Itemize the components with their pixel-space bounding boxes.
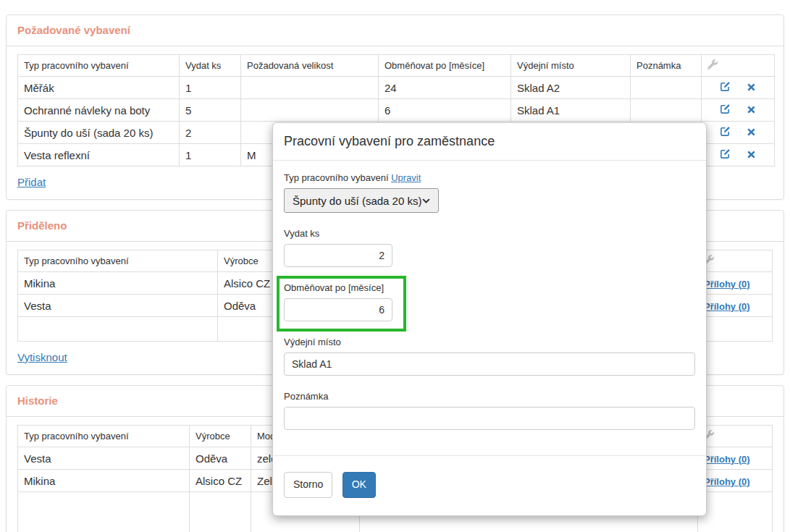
delete-row-button[interactable] bbox=[747, 150, 756, 159]
wrench-icon bbox=[707, 59, 718, 69]
note-field-group: Poznámka bbox=[284, 391, 695, 430]
modal-header: Pracovní vybavení pro zaměstnance bbox=[273, 123, 706, 161]
attachments-link[interactable]: Přílohy (0) bbox=[704, 476, 750, 487]
edit-icon bbox=[720, 81, 731, 92]
delete-x-icon bbox=[747, 150, 756, 159]
qty-label: Vydat ks bbox=[284, 228, 695, 239]
cell-type: Mikina bbox=[18, 272, 218, 295]
note-label: Poznámka bbox=[284, 391, 695, 402]
qty-field-group: Vydat ks bbox=[284, 228, 695, 267]
modal-footer: Storno OK bbox=[273, 455, 706, 515]
cell-place: Sklad A2 bbox=[511, 77, 631, 99]
cell-note bbox=[631, 77, 702, 99]
edit-row-button[interactable] bbox=[720, 148, 731, 159]
delete-row-button[interactable] bbox=[747, 127, 756, 137]
delete-x-icon bbox=[747, 127, 756, 137]
panel-required-title: Požadované vybavení bbox=[17, 24, 130, 36]
cell-months: 24 bbox=[379, 77, 511, 99]
print-link[interactable]: Vytisknout bbox=[17, 351, 67, 363]
modal-dialog: Pracovní vybavení pro zaměstnance Typ pr… bbox=[272, 122, 707, 516]
cell-place: Sklad A1 bbox=[511, 99, 631, 122]
col-size: Požadovaná velikost bbox=[241, 55, 379, 77]
col-note: Poznámka bbox=[631, 55, 702, 77]
add-link[interactable]: Přidat bbox=[17, 176, 46, 188]
cell-size bbox=[241, 99, 379, 122]
delete-row-button[interactable] bbox=[747, 83, 756, 92]
type-select-value: Špunty do uší (sada 20 ks) bbox=[293, 195, 421, 207]
col-actions bbox=[702, 55, 775, 77]
col-actions bbox=[698, 250, 773, 272]
note-input[interactable] bbox=[284, 407, 695, 430]
edit-icon bbox=[720, 126, 731, 137]
edit-row-button[interactable] bbox=[720, 126, 731, 137]
table-row: Ochranné návleky na boty 5 6 Sklad A1 bbox=[18, 99, 775, 122]
cell-attachments: Přílohy (0) bbox=[698, 272, 773, 295]
cell-type: Špunty do uší (sada 20 ks) bbox=[18, 122, 180, 144]
edit-icon bbox=[720, 148, 731, 159]
edit-row-button[interactable] bbox=[720, 81, 731, 92]
cell-type: Mikina bbox=[18, 470, 190, 492]
cell-qty: 1 bbox=[180, 77, 241, 99]
panel-history-title: Historie bbox=[17, 394, 58, 407]
place-field-group: Výdejní místo bbox=[284, 337, 695, 376]
cell-type: Vesta reflexní bbox=[18, 144, 180, 166]
col-type: Typ pracovního vybavení bbox=[18, 55, 180, 77]
col-actions bbox=[698, 426, 773, 447]
cell-type: Vesta bbox=[18, 447, 190, 470]
qty-input[interactable] bbox=[284, 244, 392, 267]
cell-actions bbox=[702, 144, 775, 166]
cell-type: Měřák bbox=[18, 77, 180, 99]
months-label: Obměňovat po [měsíce] bbox=[284, 282, 392, 293]
attachments-link[interactable]: Přílohy (0) bbox=[704, 279, 750, 290]
type-select[interactable]: Špunty do uší (sada 20 ks) bbox=[284, 188, 439, 213]
modal-title: Pracovní vybavení pro zaměstnance bbox=[284, 134, 495, 148]
edit-icon bbox=[720, 104, 731, 114]
place-label: Výdejní místo bbox=[284, 337, 695, 347]
months-input[interactable] bbox=[284, 298, 392, 321]
type-field-group: Typ pracovního vybavení Upravit Špunty d… bbox=[284, 172, 695, 213]
modal-body: Typ pracovního vybavení Upravit Špunty d… bbox=[273, 161, 706, 455]
delete-row-button[interactable] bbox=[747, 105, 756, 114]
col-type: Typ pracovního vybavení bbox=[18, 250, 218, 272]
ok-button[interactable]: OK bbox=[343, 472, 376, 498]
cell-type: Ochranné návleky na boty bbox=[18, 99, 180, 122]
cell-months: 6 bbox=[379, 99, 511, 122]
table-header-row: Typ pracovního vybavení Vydat ks Požadov… bbox=[18, 55, 775, 77]
cell-size bbox=[241, 77, 379, 99]
cell-qty: 5 bbox=[180, 99, 241, 122]
cell-manufacturer: Alsico CZ bbox=[190, 470, 251, 492]
place-input[interactable] bbox=[284, 352, 695, 376]
type-label: Typ pracovního vybavení bbox=[284, 172, 389, 183]
cell-actions bbox=[702, 99, 775, 122]
cancel-button[interactable]: Storno bbox=[284, 472, 332, 498]
cell-attachments: Přílohy (0) bbox=[698, 447, 773, 470]
edit-type-link[interactable]: Upravit bbox=[391, 172, 421, 183]
cell-qty: 1 bbox=[180, 144, 241, 166]
cell-attachments: Přílohy (0) bbox=[698, 295, 773, 317]
edit-row-button[interactable] bbox=[720, 104, 731, 114]
cell-note bbox=[631, 99, 702, 122]
cell-actions bbox=[702, 77, 775, 99]
panel-assigned-title: Přiděleno bbox=[17, 219, 67, 232]
chevron-down-icon bbox=[422, 198, 430, 203]
delete-x-icon bbox=[747, 105, 756, 114]
cell-qty: 2 bbox=[180, 122, 241, 144]
page: Požadované vybavení Typ pracovního vybav… bbox=[0, 0, 790, 532]
cell-actions bbox=[702, 122, 775, 144]
delete-x-icon bbox=[747, 83, 756, 92]
cell-type: Vesta bbox=[18, 295, 218, 317]
col-place: Výdejní místo bbox=[511, 55, 631, 77]
col-qty: Vydat ks bbox=[180, 55, 241, 77]
col-type: Typ pracovního vybavení bbox=[18, 426, 190, 447]
col-manufacturer: Výrobce bbox=[190, 426, 251, 447]
panel-required-heading: Požadované vybavení bbox=[7, 15, 783, 46]
attachments-link[interactable]: Přílohy (0) bbox=[704, 301, 750, 312]
table-row: Měřák 1 24 Sklad A2 bbox=[18, 77, 775, 99]
cell-manufacturer: Oděva bbox=[190, 447, 251, 470]
cell-attachments: Přílohy (0) bbox=[698, 470, 773, 492]
months-field-group: Obměňovat po [měsíce] bbox=[284, 282, 392, 321]
attachments-link[interactable]: Přílohy (0) bbox=[704, 454, 750, 465]
col-months: Obměňovat po [měsíce] bbox=[379, 55, 511, 77]
